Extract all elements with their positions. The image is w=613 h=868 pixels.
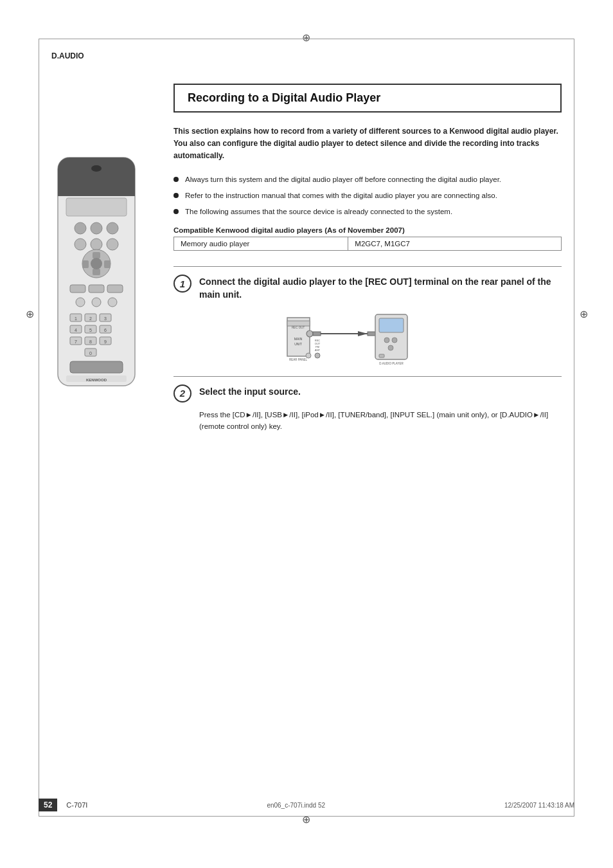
page-border-top (39, 39, 574, 39)
svg-point-8 (75, 239, 86, 250)
svg-text:REAR PANEL: REAR PANEL (289, 358, 308, 361)
svg-text:KENWOOD: KENWOOD (86, 378, 107, 382)
svg-point-6 (91, 222, 102, 234)
bullet-item-3: The following assumes that the source de… (173, 206, 562, 217)
step-2-header: 2 Select the input source. (173, 384, 562, 402)
svg-text:7: 7 (75, 339, 77, 344)
svg-text:3: 3 (104, 316, 107, 321)
svg-text:6: 6 (104, 328, 107, 332)
svg-point-59 (392, 338, 397, 343)
bullet-item-1: Always turn this system and the digital … (173, 174, 562, 185)
svg-rect-61 (379, 354, 384, 357)
svg-text:4: 4 (75, 328, 77, 332)
svg-rect-52 (313, 332, 321, 336)
svg-text:MAIN: MAIN (294, 337, 303, 341)
reg-mark-top: ⊕ (301, 32, 311, 42)
bullet-dot-3 (173, 209, 179, 214)
svg-text:1: 1 (75, 316, 77, 321)
svg-point-50 (306, 330, 313, 337)
svg-point-9 (91, 239, 102, 250)
footer: 52 C-707I en06_c-707i.indd 52 12/25/2007… (39, 799, 574, 811)
footer-date: 12/25/2007 11:43:18 AM (504, 802, 574, 809)
compat-label: Compatible Kenwood digital audio players… (173, 226, 562, 234)
svg-text:2: 2 (89, 316, 92, 321)
page-number: 52 (39, 799, 57, 811)
svg-text:8: 8 (89, 339, 92, 344)
svg-rect-2 (58, 180, 135, 196)
section-label: D.AUDIO (51, 51, 84, 60)
step-2-number: 2 (173, 384, 191, 402)
svg-text:5: 5 (89, 328, 92, 332)
compat-table: Memory audio player M2GC7, M1GC7 (173, 237, 562, 251)
svg-point-3 (91, 165, 102, 172)
svg-rect-55 (368, 332, 375, 336)
svg-rect-33 (70, 361, 123, 373)
title-box: Recording to a Digital Audio Player (173, 84, 562, 113)
footer-filename: en06_c-707i.indd 52 (267, 802, 325, 809)
bullet-dot-2 (173, 193, 179, 198)
step-1-title: Connect the digital audio player to the … (199, 275, 562, 301)
compat-col2: M2GC7, M1GC7 (348, 237, 562, 251)
step-1-header: 1 Connect the digital audio player to th… (173, 275, 562, 301)
page-border-left (39, 39, 39, 817)
svg-point-60 (388, 345, 393, 350)
svg-rect-13 (93, 269, 100, 275)
svg-text:REC OUT: REC OUT (292, 326, 305, 329)
step-2-body: Press the [CD►/II], [USB►/II], [iPod►/II… (199, 409, 562, 433)
page-border-bottom (39, 816, 574, 817)
svg-text:ANT: ANT (315, 348, 321, 352)
remote-control-illustration: 1 2 3 4 5 6 7 8 9 0 KENWOOD (48, 154, 161, 394)
step-2-title: Select the input source. (199, 384, 301, 399)
svg-point-22 (108, 298, 117, 307)
reg-mark-left: ⊕ (24, 309, 35, 319)
svg-point-10 (107, 239, 118, 250)
footer-left: 52 C-707I (39, 799, 87, 811)
svg-point-68 (315, 353, 320, 358)
svg-text:0: 0 (89, 351, 92, 356)
svg-rect-47 (287, 321, 310, 326)
svg-marker-54 (358, 331, 368, 336)
step-1-diagram: MAIN UNIT REC OUT (199, 308, 562, 366)
step-2-section: 2 Select the input source. Press the [CD… (173, 376, 562, 433)
svg-rect-12 (93, 252, 100, 258)
footer-model: C-707I (66, 801, 87, 809)
svg-text:D.AUDIO PLAYER: D.AUDIO PLAYER (379, 362, 404, 365)
step-1-section: 1 Connect the digital audio player to th… (173, 266, 562, 365)
svg-text:UNIT: UNIT (294, 342, 302, 346)
main-content: Recording to a Digital Audio Player This… (173, 84, 562, 784)
bullet-dot-1 (173, 177, 179, 182)
page-border-right (574, 39, 574, 817)
svg-point-5 (75, 222, 86, 234)
svg-point-16 (91, 258, 102, 269)
svg-point-21 (92, 298, 101, 307)
reg-mark-right: ⊕ (578, 309, 589, 319)
bullet-list: Always turn this system and the digital … (173, 174, 562, 218)
svg-rect-4 (66, 198, 127, 216)
svg-rect-14 (82, 260, 89, 268)
svg-text:9: 9 (104, 339, 107, 344)
bullet-item-2: Refer to the instruction manual that com… (173, 190, 562, 201)
step-1-number: 1 (173, 275, 191, 293)
page-title: Recording to a Digital Audio Player (188, 91, 547, 105)
compat-col1: Memory audio player (174, 237, 348, 251)
svg-rect-18 (89, 285, 104, 293)
intro-paragraph: This section explains how to record from… (173, 125, 562, 163)
svg-rect-19 (107, 285, 123, 293)
svg-point-7 (107, 222, 118, 234)
svg-rect-17 (70, 285, 85, 293)
svg-point-20 (76, 298, 85, 307)
svg-rect-57 (379, 318, 404, 332)
svg-point-58 (384, 338, 389, 343)
compat-table-row: Memory audio player M2GC7, M1GC7 (174, 237, 562, 251)
svg-rect-15 (104, 260, 111, 268)
svg-point-69 (306, 353, 311, 358)
